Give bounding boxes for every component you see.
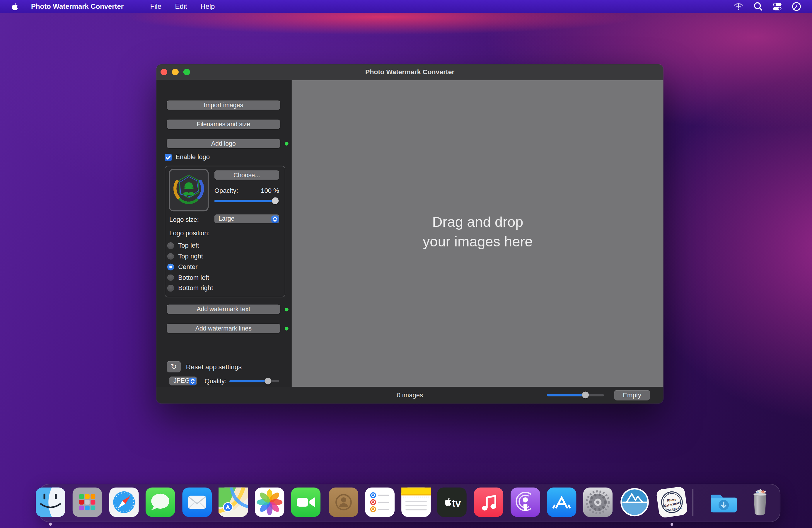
dock-item-music[interactable] — [474, 488, 503, 517]
dock-item-safari[interactable] — [109, 488, 139, 517]
logo-size-dropdown[interactable]: Large — [214, 214, 279, 223]
format-dropdown[interactable]: JPEG — [169, 376, 197, 385]
dock-separator — [693, 489, 693, 516]
dock-item-notes[interactable] — [401, 488, 431, 517]
dock-item-downloads[interactable] — [709, 488, 738, 517]
enable-logo-label[interactable]: Enable logo — [175, 153, 210, 160]
dock-item-apple-tv[interactable]: tv — [437, 488, 466, 517]
dock-item-mail[interactable] — [182, 488, 212, 517]
window-titlebar[interactable]: Photo Watermark Converter — [156, 64, 664, 80]
window-title: Photo Watermark Converter — [156, 64, 664, 80]
filenames-and-size-button[interactable]: Filenames and size — [167, 119, 280, 129]
add-logo-button[interactable]: Add logo — [167, 139, 280, 148]
stepper-arrows-icon — [189, 377, 196, 385]
window-status-bar: 0 images Empty — [156, 387, 664, 404]
radio-top-right-label[interactable]: Top right — [178, 253, 203, 260]
radio-top-right[interactable] — [167, 253, 174, 260]
dock-item-podcasts[interactable] — [510, 488, 540, 517]
dock-item-facetime[interactable] — [291, 488, 320, 517]
logo-size-label: Logo size: — [169, 216, 199, 223]
radio-bottom-right-label[interactable]: Bottom right — [178, 285, 213, 292]
logo-preview-thumbnail — [169, 169, 208, 211]
drop-hint-line2: your images here — [292, 232, 664, 252]
menu-bar: Photo Watermark Converter File Edit Help — [0, 0, 812, 13]
radio-bottom-left[interactable] — [167, 274, 174, 281]
svg-text:tv: tv — [452, 498, 461, 509]
app-window: Photo Watermark Converter Import images … — [156, 64, 664, 403]
menu-help[interactable]: Help — [200, 0, 215, 13]
dock-item-messages[interactable] — [145, 488, 175, 517]
add-logo-active-indicator — [285, 142, 288, 145]
radio-top-left[interactable] — [167, 242, 174, 249]
settings-sidebar: Import images Filenames and size Add log… — [156, 80, 291, 387]
menu-file[interactable]: File — [150, 0, 161, 13]
dock-item-reminders[interactable] — [365, 488, 394, 517]
dock-item-finder[interactable] — [35, 488, 65, 517]
opacity-value: 100 % — [243, 187, 279, 194]
finder-running-indicator — [49, 523, 52, 526]
watermark-text-active-indicator — [285, 308, 288, 311]
dock-item-contacts[interactable] — [329, 488, 358, 517]
watermark-lines-active-indicator — [285, 327, 288, 330]
wifi-alert-icon[interactable] — [733, 1, 743, 11]
reset-app-settings-button[interactable]: ↻ — [167, 361, 181, 372]
menubar-app-name[interactable]: Photo Watermark Converter — [31, 0, 124, 13]
apple-menu-icon[interactable] — [11, 2, 19, 11]
enable-logo-checkbox[interactable] — [165, 154, 172, 161]
control-center-icon[interactable] — [772, 1, 782, 11]
desktop: Photo Watermark Converter File Edit Help — [0, 0, 812, 528]
quality-slider-knob[interactable] — [264, 378, 271, 384]
radio-center-label[interactable]: Center — [178, 263, 198, 270]
watermark-logo-image — [170, 170, 208, 210]
stepper-arrows-icon — [271, 215, 278, 223]
radio-top-left-label[interactable]: Top left — [178, 242, 199, 249]
logo-size-value: Large — [219, 215, 234, 223]
drop-zone-hint: Drag and drop your images here — [292, 212, 664, 252]
add-watermark-lines-button[interactable]: Add watermark lines — [167, 324, 280, 333]
photo-watermark-running-indicator — [670, 523, 673, 526]
radio-bottom-left-label[interactable]: Bottom left — [178, 274, 209, 281]
dock-item-app-store[interactable] — [547, 488, 576, 517]
empty-list-button[interactable]: Empty — [614, 390, 650, 400]
opacity-label: Opacity: — [214, 187, 238, 194]
reset-app-settings-label: Reset app settings — [186, 363, 242, 371]
dock-item-system-preferences[interactable] — [583, 488, 612, 517]
format-value: JPEG — [173, 377, 190, 384]
drop-hint-line1: Drag and drop — [292, 212, 664, 232]
dock-item-photos[interactable] — [255, 488, 284, 517]
add-watermark-text-button[interactable]: Add watermark text — [167, 304, 280, 314]
choose-logo-button[interactable]: Choose... — [214, 171, 279, 180]
dock-item-launchpad[interactable] — [72, 488, 102, 517]
radio-bottom-right[interactable] — [167, 285, 174, 291]
spotlight-search-icon[interactable] — [753, 1, 763, 11]
radio-center[interactable] — [167, 264, 174, 270]
image-drop-zone[interactable]: Drag and drop your images here — [291, 80, 663, 387]
dock-item-trash[interactable] — [745, 488, 774, 517]
clock-icon[interactable] — [791, 1, 801, 11]
dock-item-photo-watermark-converter[interactable]: Photo Watermark CONVERTER — [657, 488, 687, 517]
import-images-button[interactable]: Import images — [167, 100, 280, 110]
opacity-slider[interactable] — [214, 200, 279, 202]
dock-item-app-cleaner-uninstaller[interactable] — [620, 488, 649, 517]
quality-label: Quality: — [204, 378, 227, 385]
thumbnail-size-slider[interactable] — [547, 394, 604, 396]
menu-edit[interactable]: Edit — [175, 0, 187, 13]
reset-icon: ↻ — [171, 362, 177, 371]
logo-position-label: Logo position: — [169, 229, 210, 237]
quality-slider[interactable] — [229, 380, 279, 382]
dock-item-maps[interactable] — [218, 488, 248, 517]
